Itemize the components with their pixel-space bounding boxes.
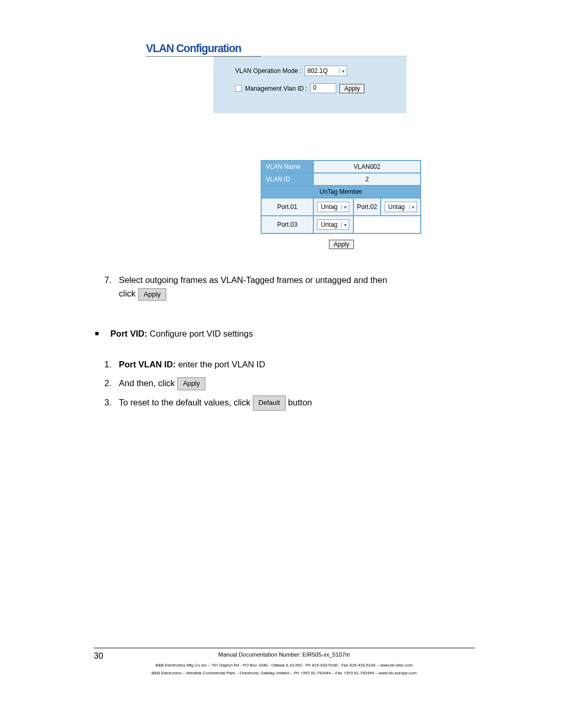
port-vid-bold: Port VID: [111, 329, 148, 338]
footer-address-1: B&B Electronics Mfg Co Inc – 707 Dayton … [94, 663, 474, 668]
default-button-inline: Default [253, 396, 286, 411]
mgmt-vlan-input[interactable]: 0 [310, 83, 336, 93]
vlan-table: VLAN Name VLAN002 VLAN ID 2 UnTag Member… [261, 160, 421, 234]
square-bullet-icon: ■ [95, 328, 99, 339]
vlan-id-value: 2 [313, 173, 421, 186]
doc-number: Manual Documentation Number: EIR505-xx_5… [115, 651, 454, 661]
vlan-name-label: VLAN Name [261, 161, 313, 173]
port-label: Port.01 [261, 198, 313, 216]
port2-value: Untag [387, 203, 406, 211]
mgmt-vlan-checkbox[interactable] [235, 85, 242, 92]
s1-bold: Port VLAN ID: [119, 360, 176, 369]
port-label: Port.03 [261, 216, 313, 233]
untag-section-header: UnTag Member [261, 186, 421, 198]
apply-button-inline: Apply [177, 377, 206, 390]
apply-button[interactable]: Apply [339, 84, 364, 93]
operation-mode-select[interactable]: 802.1Q ▾ [304, 66, 347, 76]
s3-text-b: button [288, 398, 312, 407]
step7-text: Select outgoing frames as VLAN-Tagged fr… [119, 275, 387, 285]
port-label: Port.02 [353, 198, 381, 216]
apply-button[interactable]: Apply [329, 240, 354, 249]
operation-mode-value: 802.1Q [307, 67, 336, 75]
operation-mode-label: VLAN Operation Mode : [235, 67, 301, 75]
s3-text-a: To reset to the default values, click [119, 398, 253, 407]
vlan-id-label: VLAN ID [261, 173, 313, 186]
vlan-name-value: VLAN002 [313, 161, 421, 173]
port-vid-rest: Configure port VID settings [147, 329, 253, 338]
s2-text: And then, click [119, 378, 177, 388]
vlan-config-panel: VLAN Configuration VLAN Operation Mode :… [146, 42, 490, 249]
vlan-config-heading: VLAN Configuration [146, 42, 261, 57]
apply-button-inline: Apply [138, 288, 167, 301]
port1-select[interactable]: Untag ▾ [317, 202, 349, 212]
chevron-down-icon: ▾ [341, 204, 347, 210]
page-number: 30 [94, 651, 115, 661]
list-number: 2. [94, 376, 119, 390]
step7-text-b: click [119, 289, 136, 298]
footer-address-2: B&B Electronics – Westlink Commercial Pa… [94, 671, 474, 676]
list-number: 3. [94, 396, 119, 411]
port2-select[interactable]: Untag ▾ [385, 202, 417, 212]
s1-rest: enter the port VLAN ID [176, 360, 265, 369]
vlan-mode-box: VLAN Operation Mode : 802.1Q ▾ Managemen… [214, 56, 407, 113]
port3-select[interactable]: Untag ▾ [317, 219, 349, 230]
mgmt-vlan-label: Management Vlan ID : [245, 85, 307, 92]
list-number: 1. [94, 357, 119, 371]
chevron-down-icon: ▾ [409, 204, 414, 210]
page-footer: 30 Manual Documentation Number: EIR505-x… [94, 648, 474, 676]
port1-value: Untag [320, 203, 338, 211]
chevron-down-icon: ▾ [339, 68, 345, 74]
port3-value: Untag [320, 221, 338, 228]
list-number: 7. [94, 273, 119, 301]
chevron-down-icon: ▾ [341, 222, 347, 228]
